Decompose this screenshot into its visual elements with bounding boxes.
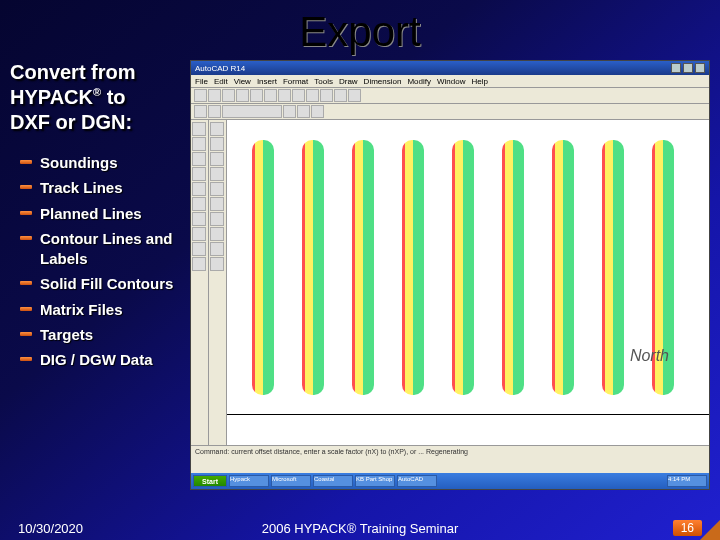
menu-item[interactable]: Insert — [257, 77, 277, 86]
toolbar-icon[interactable] — [236, 89, 249, 102]
cad-screenshot: AutoCAD R14 File Edit View Insert Format… — [190, 60, 710, 490]
side-toolbar-left2 — [209, 120, 227, 445]
window-titlebar: AutoCAD R14 — [191, 61, 709, 75]
menu-item[interactable]: View — [234, 77, 251, 86]
list-item: Track Lines — [20, 178, 180, 198]
window-title: AutoCAD R14 — [195, 64, 669, 73]
command-line[interactable]: Command: current offset distance, enter … — [191, 445, 709, 473]
toolbar-icon[interactable] — [208, 105, 221, 118]
menu-item[interactable]: Window — [437, 77, 465, 86]
menu-item[interactable]: Format — [283, 77, 308, 86]
toolbar-icon[interactable] — [348, 89, 361, 102]
toolbar-icon[interactable] — [222, 105, 282, 118]
menu-item[interactable]: Help — [471, 77, 487, 86]
toolbar-2 — [191, 104, 709, 120]
start-button[interactable]: Start — [193, 475, 227, 487]
tool-icon[interactable] — [210, 257, 224, 271]
tool-icon[interactable] — [192, 137, 206, 151]
taskbar: Start Hypack Microsoft Coastal KB Part S… — [191, 473, 709, 489]
page-curl-icon — [700, 520, 720, 540]
list-item: Contour Lines and Labels — [20, 229, 180, 270]
tool-icon[interactable] — [210, 227, 224, 241]
menu-item[interactable]: Edit — [214, 77, 228, 86]
taskbar-item[interactable]: AutoCAD — [397, 475, 437, 487]
menu-bar: File Edit View Insert Format Tools Draw … — [191, 75, 709, 88]
subtitle-brand: HYPACK — [10, 86, 93, 108]
taskbar-item[interactable]: Microsoft — [271, 475, 311, 487]
tool-icon[interactable] — [210, 152, 224, 166]
subtitle: Convert from HYPACK® to DXF or DGN: — [10, 60, 180, 135]
tool-icon[interactable] — [210, 212, 224, 226]
toolbar-icon[interactable] — [334, 89, 347, 102]
tool-icon[interactable] — [192, 212, 206, 226]
taskbar-item[interactable]: Hypack — [229, 475, 269, 487]
list-item: Planned Lines — [20, 204, 180, 224]
tool-icon[interactable] — [210, 182, 224, 196]
toolbar-icon[interactable] — [320, 89, 333, 102]
toolbar-1 — [191, 88, 709, 104]
list-item: Solid Fill Contours — [20, 274, 180, 294]
tool-icon[interactable] — [192, 182, 206, 196]
taskbar-clock: 4:14 PM — [667, 475, 707, 487]
list-item: Targets — [20, 325, 180, 345]
registered-mark: ® — [93, 86, 101, 98]
slide-title: Export — [0, 0, 720, 60]
taskbar-item[interactable]: KB Part Shop — [355, 475, 395, 487]
tool-icon[interactable] — [192, 167, 206, 181]
tool-icon[interactable] — [192, 122, 206, 136]
toolbar-icon[interactable] — [297, 105, 310, 118]
content-row: Convert from HYPACK® to DXF or DGN: Soun… — [0, 60, 720, 490]
tool-icon[interactable] — [210, 122, 224, 136]
tool-icon[interactable] — [210, 137, 224, 151]
north-label: North — [630, 347, 669, 365]
subtitle-line1: Convert from — [10, 61, 136, 83]
list-item: Matrix Files — [20, 300, 180, 320]
slide-footer: 10/30/2020 2006 HYPACK® Training Seminar… — [0, 520, 720, 536]
taskbar-item[interactable]: Coastal — [313, 475, 353, 487]
subtitle-to: to — [101, 86, 125, 108]
toolbar-icon[interactable] — [306, 89, 319, 102]
tool-icon[interactable] — [192, 242, 206, 256]
subtitle-line3: DXF or DGN: — [10, 111, 132, 133]
toolbar-icon[interactable] — [264, 89, 277, 102]
maximize-button[interactable] — [683, 63, 693, 73]
toolbar-icon[interactable] — [194, 89, 207, 102]
right-column: AutoCAD R14 File Edit View Insert Format… — [190, 60, 720, 490]
toolbar-icon[interactable] — [278, 89, 291, 102]
tool-icon[interactable] — [192, 227, 206, 241]
list-item: DIG / DGW Data — [20, 350, 180, 370]
toolbar-icon[interactable] — [311, 105, 324, 118]
toolbar-icon[interactable] — [194, 105, 207, 118]
menu-item[interactable]: Modify — [407, 77, 431, 86]
tool-icon[interactable] — [192, 197, 206, 211]
axis-line — [227, 414, 709, 415]
cad-body: North — [191, 120, 709, 445]
list-item: Soundings — [20, 153, 180, 173]
tool-icon[interactable] — [192, 257, 206, 271]
tool-icon[interactable] — [192, 152, 206, 166]
close-button[interactable] — [695, 63, 705, 73]
menu-item[interactable]: Tools — [314, 77, 333, 86]
tool-icon[interactable] — [210, 167, 224, 181]
tool-icon[interactable] — [210, 242, 224, 256]
toolbar-icon[interactable] — [292, 89, 305, 102]
footer-center: 2006 HYPACK® Training Seminar — [0, 521, 720, 536]
toolbar-icon[interactable] — [208, 89, 221, 102]
side-toolbar-left — [191, 120, 209, 445]
left-column: Convert from HYPACK® to DXF or DGN: Soun… — [0, 60, 190, 490]
page-number: 16 — [673, 520, 702, 536]
toolbar-icon[interactable] — [283, 105, 296, 118]
bullet-list: Soundings Track Lines Planned Lines Cont… — [10, 153, 180, 370]
menu-item[interactable]: Draw — [339, 77, 358, 86]
toolbar-icon[interactable] — [222, 89, 235, 102]
minimize-button[interactable] — [671, 63, 681, 73]
tool-icon[interactable] — [210, 197, 224, 211]
menu-item[interactable]: File — [195, 77, 208, 86]
drawing-canvas[interactable]: North — [227, 120, 709, 445]
menu-item[interactable]: Dimension — [364, 77, 402, 86]
toolbar-icon[interactable] — [250, 89, 263, 102]
